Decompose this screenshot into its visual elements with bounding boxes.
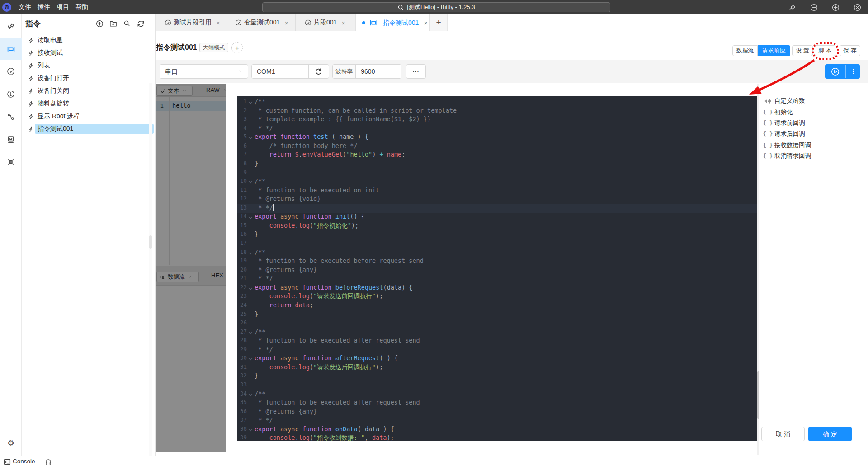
directive-item-5[interactable]: 物料盘旋转	[22, 97, 155, 110]
code-line-19[interactable]: 19 * function to be executed before requ…	[237, 257, 757, 266]
rail-item-environments[interactable]	[0, 151, 22, 173]
code-line-22[interactable]: 22export async function beforeRequest(da…	[237, 284, 757, 293]
code-line-36[interactable]: 36 * @returns {any}	[237, 408, 757, 417]
add-tab-button[interactable]: +	[430, 14, 448, 31]
refresh-ports-button[interactable]	[308, 65, 329, 78]
circle-plus-icon[interactable]	[825, 0, 846, 14]
code-line-9[interactable]: 9	[237, 169, 757, 178]
fold-arrow-icon[interactable]	[247, 284, 255, 293]
directive-item-1[interactable]: 接收测试	[22, 47, 155, 59]
code-line-26[interactable]: 26	[237, 319, 757, 328]
add-folder-button[interactable]	[109, 20, 117, 28]
directive-item-6[interactable]: 显示 Root 进程	[22, 110, 155, 123]
code-line-16[interactable]: 16}	[237, 230, 757, 239]
function-item-3[interactable]: { }请求后回调	[760, 129, 868, 139]
code-line-29[interactable]: 29 * */	[237, 346, 757, 355]
fold-arrow-icon[interactable]	[247, 390, 255, 399]
menu-item-1[interactable]: 插件	[37, 3, 51, 11]
function-item-4[interactable]: { }接收数据回调	[760, 140, 868, 151]
function-item-0[interactable]: 自定义函数	[760, 95, 868, 106]
code-line-17[interactable]: 17	[237, 239, 757, 248]
code-line-20[interactable]: 20 * @returns {any}	[237, 266, 757, 275]
code-line-34[interactable]: 34/**	[237, 390, 757, 399]
code-line-24[interactable]: 24 return data;	[237, 301, 757, 310]
panel-splitter[interactable]	[149, 83, 152, 456]
tab-1[interactable]: 变量测试001×	[226, 14, 296, 31]
script-code-editor[interactable]: 1/**2 * custom function, can be called i…	[237, 96, 757, 441]
code-line-10[interactable]: 10/**	[237, 177, 757, 186]
directive-item-3[interactable]: 设备门打开	[22, 72, 155, 85]
code-line-6[interactable]: 6 /* function body here */	[237, 142, 757, 151]
directive-item-7[interactable]: 指令测试001	[22, 123, 155, 135]
function-item-5[interactable]: { }取消请求回调	[760, 151, 868, 162]
directive-item-2[interactable]: 列表	[22, 59, 155, 72]
tab-0[interactable]: 测试片段引用×	[156, 14, 226, 31]
function-item-2[interactable]: { }请求前回调	[760, 118, 868, 129]
code-line-25[interactable]: 25}	[237, 310, 757, 319]
code-line-8[interactable]: 8}	[237, 160, 757, 169]
code-line-37[interactable]: 37 * */	[237, 416, 757, 425]
ok-button[interactable]: 确 定	[808, 427, 852, 441]
code-line-7[interactable]: 7 return $.envValueGet("hello") + name;	[237, 151, 757, 160]
cancel-button[interactable]: 取 消	[761, 427, 805, 441]
circle-minus-icon[interactable]	[803, 0, 825, 14]
function-item-1[interactable]: { }初始化	[760, 106, 868, 117]
code-line-13[interactable]: 13 * */	[237, 204, 757, 213]
menu-item-3[interactable]: 帮助	[75, 3, 89, 11]
code-line-2[interactable]: 2 * custom function, can be called in sc…	[237, 107, 757, 116]
action-button-1[interactable]: 脚 本	[815, 45, 835, 56]
serial-port-input[interactable]: COM1	[252, 65, 308, 78]
code-line-33[interactable]: 33	[237, 381, 757, 390]
scrollbar-thumb[interactable]	[757, 371, 760, 419]
pin-icon[interactable]	[781, 0, 803, 14]
rail-item-timers[interactable]	[0, 83, 22, 105]
code-line-31[interactable]: 31 console.log("请求发送后回调执行");	[237, 363, 757, 372]
add-attribute-button[interactable]: +	[231, 42, 243, 53]
add-button[interactable]	[96, 20, 104, 28]
code-line-39[interactable]: 39 console.log("指令收到数据: ", data);	[237, 434, 757, 441]
directive-item-0[interactable]: 读取电量	[22, 34, 155, 47]
code-line-23[interactable]: 23 console.log("请求发送前回调执行");	[237, 292, 757, 301]
code-line-14[interactable]: 14export async function init() {	[237, 213, 757, 222]
fold-arrow-icon[interactable]	[247, 248, 255, 257]
code-line-30[interactable]: 30export async function afterRequest( ) …	[237, 354, 757, 363]
code-line-21[interactable]: 21 * */	[237, 275, 757, 284]
fold-arrow-icon[interactable]	[247, 425, 255, 434]
more-options-button[interactable]: ...	[406, 64, 426, 79]
code-line-27[interactable]: 27/**	[237, 328, 757, 337]
baudrate-input[interactable]: 9600	[356, 65, 401, 78]
close-icon[interactable]: ×	[284, 19, 288, 26]
refresh-button[interactable]	[137, 20, 145, 28]
code-line-15[interactable]: 15 console.log("指令初始化");	[237, 222, 757, 231]
view-button-1[interactable]: 请求响应	[758, 45, 790, 56]
menu-item-0[interactable]: 文件	[18, 3, 32, 11]
tab-3[interactable]: 指令测试001×	[355, 14, 430, 31]
code-line-5[interactable]: 5export function test ( name ) {	[237, 133, 757, 142]
code-line-11[interactable]: 11 * function to be executed on init	[237, 186, 757, 195]
fold-arrow-icon[interactable]	[247, 354, 255, 363]
close-icon[interactable]: ×	[424, 19, 428, 26]
fold-arrow-icon[interactable]	[247, 98, 255, 107]
code-line-35[interactable]: 35 * function to be executed after reque…	[237, 399, 757, 408]
tab-2[interactable]: 片段001×	[296, 14, 355, 31]
endianness-tag[interactable]: 大端模式	[199, 43, 228, 52]
code-line-38[interactable]: 38export async function onData( data ) {	[237, 425, 757, 434]
code-line-12[interactable]: 12 * @returns {void}	[237, 195, 757, 204]
view-button-0[interactable]: 数据流	[732, 45, 758, 56]
rail-item-connections[interactable]	[0, 15, 22, 38]
titlebar-search[interactable]: [测试Hello] - Bittly - 1.25.3	[262, 2, 610, 12]
send-more-button[interactable]	[846, 64, 860, 79]
directive-item-4[interactable]: 设备门关闭	[22, 85, 155, 97]
settings-button[interactable]: ⚙	[0, 435, 22, 451]
splitter-handle[interactable]	[149, 235, 152, 249]
search-button[interactable]	[123, 20, 131, 28]
code-line-32[interactable]: 32}	[237, 372, 757, 381]
fold-arrow-icon[interactable]	[247, 133, 255, 142]
fold-arrow-icon[interactable]	[247, 328, 255, 337]
fold-arrow-icon[interactable]	[247, 213, 255, 222]
circle-x-icon[interactable]	[846, 0, 868, 14]
console-label[interactable]: Console	[13, 458, 35, 465]
action-button-2[interactable]: 保 存	[840, 45, 860, 56]
send-button[interactable]	[825, 64, 845, 79]
code-line-1[interactable]: 1/**	[237, 98, 757, 107]
